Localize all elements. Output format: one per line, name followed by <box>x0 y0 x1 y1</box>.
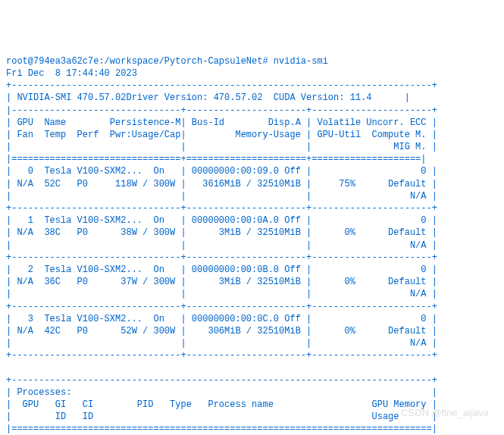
terminal-output: root@794ea3a62c7e:/workspace/Pytorch-Cap… <box>6 55 498 435</box>
watermark: CSDN @fine_aijava <box>401 406 489 420</box>
